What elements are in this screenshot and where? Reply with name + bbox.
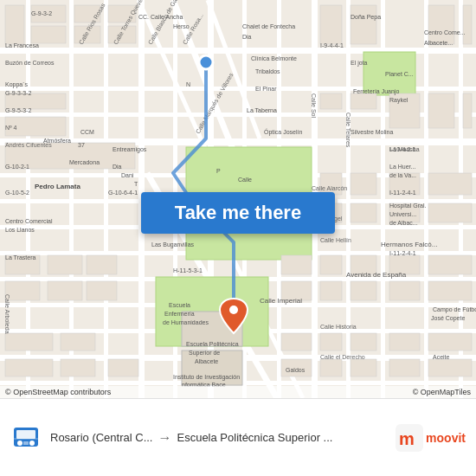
svg-rect-185 — [16, 430, 35, 439]
moovit-icon: m — [396, 424, 423, 452]
copyright-bar: © OpenStreetMap contributors © OpenMapTi… — [0, 386, 476, 398]
bottom-bar: Rosario (Central C... → Escuela Politécn… — [0, 398, 476, 476]
svg-point-186 — [17, 441, 23, 446]
svg-text:m: m — [399, 429, 415, 448]
bottom-bar-content: Rosario (Central C... → Escuela Politécn… — [50, 430, 387, 446]
svg-point-187 — [29, 441, 35, 446]
moovit-logo: m moovit — [396, 424, 466, 452]
transit-icon — [10, 422, 42, 453]
from-label: Rosario (Central C... — [50, 431, 152, 444]
direction-arrow: → — [152, 430, 177, 446]
copyright-left: © OpenStreetMap contributors — [5, 388, 111, 396]
svg-rect-188 — [23, 441, 29, 445]
to-label: Escuela Politécnica Superior ... — [177, 431, 332, 444]
copyright-right: © OpenMapTiles — [413, 388, 471, 396]
take-me-there-button[interactable]: Take me there — [141, 192, 335, 234]
moovit-text: moovit — [426, 431, 466, 445]
